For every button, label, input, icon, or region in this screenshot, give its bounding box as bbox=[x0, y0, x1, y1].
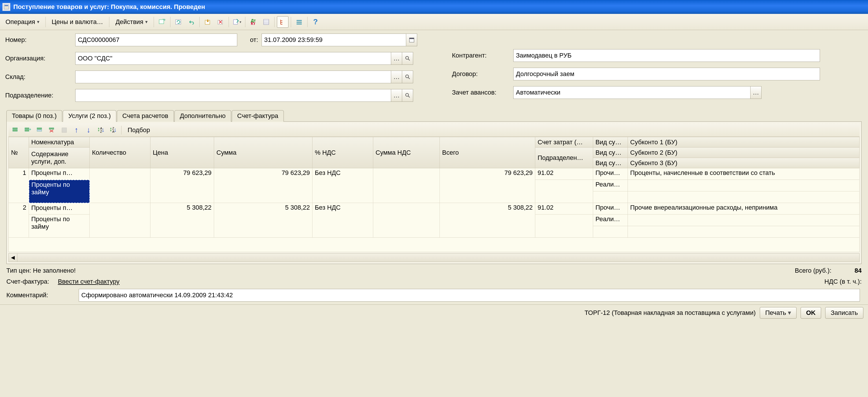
input-contract[interactable] bbox=[513, 68, 820, 80]
cell-qty[interactable] bbox=[90, 203, 151, 238]
select-subdivision-button[interactable]: … bbox=[391, 89, 402, 102]
cell-sum[interactable]: 5 308,22 bbox=[214, 203, 312, 238]
ok-button[interactable]: OK bbox=[801, 307, 821, 319]
cell-vat-pct[interactable]: Без НДС bbox=[312, 203, 373, 238]
col-nomenclature[interactable]: Номенклатура bbox=[29, 137, 90, 147]
post-icon[interactable] bbox=[202, 16, 214, 28]
rows-icon[interactable] bbox=[293, 16, 305, 28]
cell-subdivision[interactable] bbox=[535, 180, 593, 203]
print-button[interactable]: Печать bbox=[760, 307, 797, 319]
input-comment[interactable] bbox=[79, 289, 860, 302]
input-subdivision[interactable] bbox=[75, 89, 391, 102]
col-cost-account[interactable]: Счет затрат (… bbox=[535, 137, 593, 147]
tab-accounts[interactable]: Счета расчетов bbox=[117, 110, 174, 122]
cell-sub3[interactable] bbox=[628, 226, 860, 238]
cell-vat-sum[interactable] bbox=[373, 203, 440, 238]
grid-add-copy-icon[interactable]: + bbox=[22, 125, 33, 135]
cell-n[interactable]: 2 bbox=[9, 203, 29, 238]
cell-cost-account[interactable]: 91.02 bbox=[535, 168, 593, 180]
prices-currency-button[interactable]: Цены и валюта… bbox=[48, 17, 107, 27]
cell-sum[interactable]: 79 623,29 bbox=[214, 168, 312, 203]
cell-qty[interactable] bbox=[90, 168, 151, 203]
cell-sub2[interactable] bbox=[628, 180, 860, 191]
operation-menu[interactable]: Операция▾ bbox=[2, 17, 43, 27]
col-n[interactable]: № bbox=[9, 137, 29, 168]
input-warehouse[interactable] bbox=[75, 71, 391, 83]
col-kind-3[interactable]: Вид су… bbox=[593, 158, 628, 168]
search-organization-icon[interactable] bbox=[402, 52, 413, 65]
select-organization-button[interactable]: … bbox=[391, 52, 402, 65]
help-icon[interactable]: ? bbox=[310, 16, 321, 28]
scroll-track[interactable] bbox=[18, 254, 859, 262]
cell-service-content-selected[interactable]: Проценты по займу bbox=[29, 180, 90, 203]
tab-invoice[interactable]: Счет-фактура bbox=[232, 110, 284, 122]
select-warehouse-button[interactable]: … bbox=[391, 71, 402, 83]
table-row[interactable]: 1 Проценты п… 79 623,29 79 623,29 Без НД… bbox=[9, 168, 860, 180]
grid-selection-button[interactable]: Подбор bbox=[124, 126, 153, 135]
cell-total[interactable]: 5 308,22 bbox=[440, 203, 535, 238]
input-date[interactable] bbox=[261, 34, 406, 46]
col-total[interactable]: Всего bbox=[440, 137, 535, 168]
cell-kind3[interactable] bbox=[593, 191, 628, 203]
grid-save-icon[interactable] bbox=[59, 125, 70, 135]
input-contragent[interactable] bbox=[513, 49, 820, 62]
sort-asc-icon[interactable]: AZ bbox=[95, 125, 106, 135]
col-subdivision[interactable]: Подразделен… bbox=[535, 147, 593, 168]
unpost-icon[interactable] bbox=[215, 16, 226, 28]
cell-kind1[interactable]: Прочи… bbox=[593, 168, 628, 180]
grid-delete-icon[interactable] bbox=[46, 125, 58, 135]
refresh-icon[interactable] bbox=[173, 16, 184, 28]
col-price[interactable]: Цена bbox=[151, 137, 214, 168]
move-down-icon[interactable]: ↓ bbox=[83, 125, 94, 135]
cell-n[interactable]: 1 bbox=[9, 168, 29, 203]
sort-desc-icon[interactable]: ZA bbox=[107, 125, 118, 135]
data-entry-icon[interactable]: ▾ bbox=[231, 16, 243, 28]
cell-total[interactable]: 79 623,29 bbox=[440, 168, 535, 203]
col-sum[interactable]: Сумма bbox=[214, 137, 312, 168]
col-kind-2[interactable]: Вид су… bbox=[593, 147, 628, 158]
dtkt-icon[interactable]: ДтКт bbox=[248, 16, 259, 28]
cell-kind2[interactable]: Реали… bbox=[593, 180, 628, 191]
cell-kind1[interactable]: Прочи… bbox=[593, 203, 628, 214]
cell-subdivision[interactable] bbox=[535, 214, 593, 238]
cell-nomenclature[interactable]: Проценты п… bbox=[29, 168, 90, 180]
col-vat-sum[interactable]: Сумма НДС bbox=[373, 137, 440, 168]
grid-add-icon[interactable] bbox=[10, 125, 21, 135]
cell-sub1[interactable]: Проценты, начисленные в соответствии со … bbox=[628, 168, 860, 180]
enter-invoice-link[interactable]: Ввести счет-фактуру bbox=[58, 278, 120, 286]
cell-kind3[interactable] bbox=[593, 226, 628, 238]
table-row[interactable]: 2 Проценты п… 5 308,22 5 308,22 Без НДС … bbox=[9, 203, 860, 214]
cell-price[interactable]: 79 623,29 bbox=[151, 168, 214, 203]
move-up-icon[interactable]: ↑ bbox=[71, 125, 82, 135]
cell-vat-pct[interactable]: Без НДС bbox=[312, 168, 373, 203]
cell-sub3[interactable] bbox=[628, 191, 860, 203]
cell-nomenclature[interactable]: Проценты п… bbox=[29, 203, 90, 214]
cell-service-content[interactable]: Проценты по займу bbox=[29, 214, 90, 238]
tab-goods[interactable]: Товары (0 поз.) bbox=[6, 110, 62, 122]
input-advances[interactable] bbox=[513, 86, 750, 99]
sysmenu-icon[interactable] bbox=[2, 3, 10, 11]
services-grid[interactable]: № Номенклатура Количество Цена Сумма % Н… bbox=[8, 137, 860, 252]
col-sub1[interactable]: Субконто 1 (БУ) bbox=[628, 137, 860, 147]
actions-menu[interactable]: Действия▾ bbox=[112, 17, 151, 27]
col-kind[interactable]: Вид су… bbox=[593, 137, 628, 147]
input-number[interactable] bbox=[75, 34, 237, 46]
grid-edit-icon[interactable] bbox=[34, 125, 45, 135]
search-warehouse-icon[interactable] bbox=[402, 71, 413, 83]
cell-price[interactable]: 5 308,22 bbox=[151, 203, 214, 238]
tab-services[interactable]: Услуги (2 поз.) bbox=[63, 110, 116, 122]
horizontal-scrollbar[interactable]: ◄ bbox=[8, 253, 860, 262]
col-sub3[interactable]: Субконто 3 (БУ) bbox=[628, 158, 860, 168]
calendar-icon[interactable] bbox=[406, 34, 417, 46]
cell-sub1[interactable]: Прочие внереализационные расходы, неприн… bbox=[628, 203, 860, 214]
input-organization[interactable] bbox=[75, 52, 391, 65]
save-button[interactable]: Записать bbox=[825, 307, 863, 319]
undo-icon[interactable] bbox=[185, 16, 197, 28]
search-subdivision-icon[interactable] bbox=[402, 89, 413, 102]
select-advances-button[interactable]: … bbox=[750, 86, 762, 99]
cell-kind2[interactable]: Реали… bbox=[593, 214, 628, 226]
scroll-left-icon[interactable]: ◄ bbox=[9, 254, 18, 262]
col-qty[interactable]: Количество bbox=[90, 137, 151, 168]
tab-additional[interactable]: Дополнительно bbox=[175, 110, 231, 122]
col-service-content[interactable]: Содержание услуги, доп. bbox=[29, 147, 90, 168]
